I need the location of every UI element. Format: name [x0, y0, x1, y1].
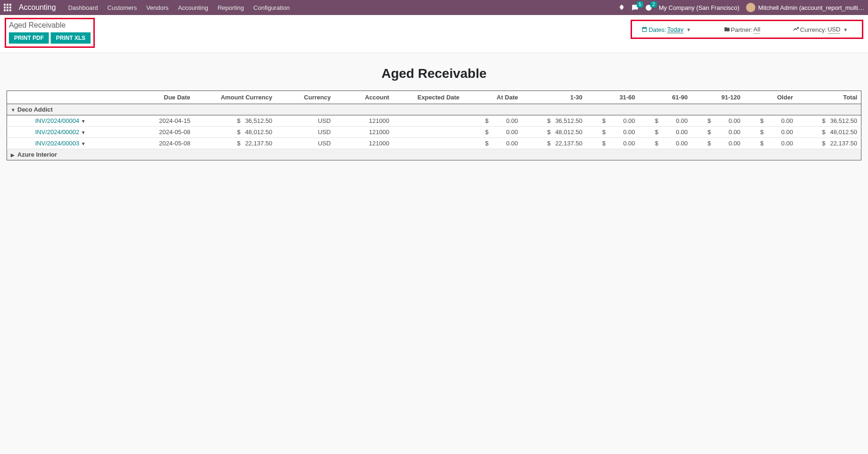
- due-date-cell: 2024-05-08: [136, 127, 194, 138]
- invoice-cell[interactable]: INV/2024/00004 ▼: [7, 115, 136, 127]
- older-cell: $0.00: [744, 115, 797, 127]
- col-91-120: 91-120: [692, 91, 744, 104]
- r31-60-cell: $0.00: [586, 127, 639, 138]
- dates-label: Dates:: [648, 26, 666, 33]
- caret-down-icon: ▼: [843, 27, 848, 32]
- group-row[interactable]: ▼Deco Addict: [7, 104, 861, 115]
- currency-cell: USD: [276, 127, 335, 138]
- expected-date-cell: [393, 138, 464, 149]
- table-row: INV/2024/00004 ▼2024-04-15$36,512.50USD1…: [7, 115, 861, 127]
- total-cell: $22,137.50: [797, 138, 861, 149]
- account-cell: 121000: [335, 115, 393, 127]
- filter-currency[interactable]: Currency: USD ▼: [793, 26, 848, 34]
- currency-cell: USD: [276, 138, 335, 149]
- currency-cell: USD: [276, 115, 335, 127]
- older-cell: $0.00: [744, 127, 797, 138]
- breadcrumb: Aged Receivable: [9, 21, 91, 30]
- chat-icon[interactable]: 5: [632, 4, 639, 11]
- bug-icon[interactable]: [618, 4, 625, 11]
- expected-date-cell: [393, 127, 464, 138]
- older-cell: $0.00: [744, 138, 797, 149]
- caret-down-icon[interactable]: ▼: [81, 119, 86, 124]
- chevron-icon: ▼: [11, 107, 15, 113]
- total-cell: $36,512.50: [797, 115, 861, 127]
- account-cell: 121000: [335, 138, 393, 149]
- aged-receivable-table: Due Date Amount Currency Currency Accoun…: [7, 91, 861, 160]
- table-row: INV/2024/00002 ▼2024-05-08$48,012.50USD1…: [7, 127, 861, 138]
- caret-down-icon[interactable]: ▼: [81, 130, 86, 135]
- col-31-60: 31-60: [586, 91, 639, 104]
- r91-120-cell: $0.00: [692, 115, 744, 127]
- filter-partner[interactable]: Partner: All: [724, 26, 761, 34]
- col-blank: [7, 91, 136, 104]
- caret-down-icon: ▼: [686, 27, 691, 32]
- due-date-cell: 2024-04-15: [136, 115, 194, 127]
- nav-menu: Dashboard Customers Vendors Accounting R…: [68, 4, 289, 11]
- col-amount-currency: Amount Currency: [194, 91, 276, 104]
- top-navbar: Accounting Dashboard Customers Vendors A…: [0, 0, 868, 15]
- app-brand[interactable]: Accounting: [19, 3, 56, 12]
- report-title: Aged Receivable: [5, 66, 863, 81]
- r61-90-cell: $0.00: [639, 127, 691, 138]
- at-date-cell: $0.00: [463, 127, 522, 138]
- col-1-30: 1-30: [522, 91, 586, 104]
- nav-configuration[interactable]: Configuration: [253, 4, 289, 11]
- col-older: Older: [744, 91, 797, 104]
- r91-120-cell: $0.00: [692, 138, 744, 149]
- partner-label: Partner:: [731, 26, 753, 33]
- col-61-90: 61-90: [639, 91, 691, 104]
- print-xls-button[interactable]: PRINT XLS: [51, 32, 91, 44]
- r31-60-cell: $0.00: [586, 115, 639, 127]
- print-pdf-button[interactable]: PRINT PDF: [9, 32, 49, 44]
- invoice-cell[interactable]: INV/2024/00003 ▼: [7, 138, 136, 149]
- at-date-cell: $0.00: [463, 115, 522, 127]
- dates-value: Today: [667, 26, 684, 34]
- chat-badge: 5: [637, 1, 643, 8]
- user-name: Mitchell Admin (account_report_multi…: [758, 4, 864, 11]
- r61-90-cell: $0.00: [639, 115, 691, 127]
- due-date-cell: 2024-05-08: [136, 138, 194, 149]
- r1-30-cell: $22,137.50: [522, 138, 586, 149]
- col-total: Total: [797, 91, 861, 104]
- nav-reporting[interactable]: Reporting: [218, 4, 244, 11]
- folder-icon: [724, 26, 730, 34]
- total-cell: $48,012.50: [797, 127, 861, 138]
- nav-vendors[interactable]: Vendors: [146, 4, 169, 11]
- chart-line-icon: [793, 26, 799, 34]
- chevron-icon: ▶: [11, 152, 15, 158]
- activity-badge: 2: [650, 1, 657, 8]
- currency-label: Currency:: [800, 26, 826, 33]
- r1-30-cell: $36,512.50: [522, 115, 586, 127]
- nav-accounting[interactable]: Accounting: [178, 4, 208, 11]
- r31-60-cell: $0.00: [586, 138, 639, 149]
- amount-currency-cell: $22,137.50: [194, 138, 276, 149]
- group-row[interactable]: ▶Azure Interior: [7, 149, 861, 160]
- avatar-icon: [746, 3, 755, 12]
- r91-120-cell: $0.00: [692, 127, 744, 138]
- currency-value: USD: [828, 26, 840, 34]
- account-cell: 121000: [335, 127, 393, 138]
- user-menu[interactable]: Mitchell Admin (account_report_multi…: [746, 3, 864, 12]
- at-date-cell: $0.00: [463, 138, 522, 149]
- nav-customers[interactable]: Customers: [107, 4, 137, 11]
- amount-currency-cell: $48,012.50: [194, 127, 276, 138]
- amount-currency-cell: $36,512.50: [194, 115, 276, 127]
- r61-90-cell: $0.00: [639, 138, 691, 149]
- control-panel: Aged Receivable PRINT PDF PRINT XLS Date…: [0, 15, 868, 53]
- cp-filters-highlight: Dates: Today ▼ Partner: All Currency: US…: [631, 20, 863, 39]
- caret-down-icon[interactable]: ▼: [81, 141, 86, 146]
- col-currency: Currency: [276, 91, 335, 104]
- activity-icon[interactable]: 2: [645, 4, 652, 11]
- table-header-row: Due Date Amount Currency Currency Accoun…: [7, 91, 861, 104]
- calendar-icon: [641, 26, 647, 34]
- report-area: Aged Receivable Due Date Amount Currency…: [0, 53, 868, 170]
- nav-dashboard[interactable]: Dashboard: [68, 4, 98, 11]
- filter-dates[interactable]: Dates: Today ▼: [641, 26, 691, 34]
- apps-icon[interactable]: [4, 4, 11, 11]
- invoice-cell[interactable]: INV/2024/00002 ▼: [7, 127, 136, 138]
- partner-value: All: [754, 26, 760, 34]
- company-switcher[interactable]: My Company (San Francisco): [659, 4, 739, 11]
- col-due-date: Due Date: [136, 91, 194, 104]
- col-expected-date: Expected Date: [393, 91, 464, 104]
- expected-date-cell: [393, 115, 464, 127]
